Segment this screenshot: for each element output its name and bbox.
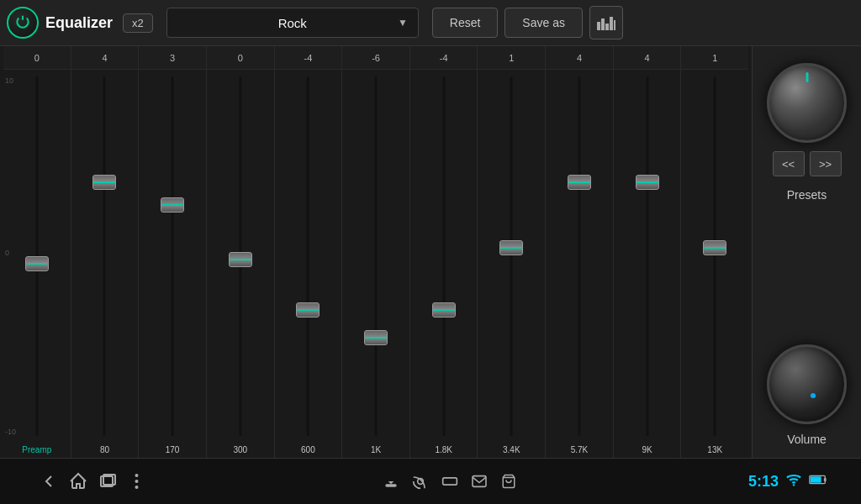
svg-rect-16 xyxy=(811,476,821,482)
back-button[interactable] xyxy=(34,467,63,496)
svg-rect-0 xyxy=(597,22,600,30)
svg-rect-1 xyxy=(601,18,605,30)
eq-slider-170[interactable] xyxy=(161,197,184,213)
svg-rect-4 xyxy=(614,20,615,30)
svg-rect-3 xyxy=(610,17,613,30)
eq-band-600: 600 xyxy=(275,70,343,458)
usb-icon xyxy=(376,467,405,496)
eq-slider-5k7[interactable] xyxy=(568,175,591,190)
gmail-icon xyxy=(464,467,494,496)
eq-band-170: 170 xyxy=(139,70,207,458)
app-title: Equalizer xyxy=(45,14,113,32)
svg-point-8 xyxy=(135,480,139,483)
stats-icon[interactable] xyxy=(589,6,623,39)
home-button[interactable] xyxy=(63,467,92,496)
storage-icon xyxy=(435,467,464,496)
svg-rect-12 xyxy=(473,476,486,487)
app-header: Equalizer x2 Rock ▼ Reset Save as xyxy=(0,0,861,46)
eq-slider-1k[interactable] xyxy=(364,330,388,345)
eq-slider-13k[interactable] xyxy=(703,240,726,255)
freq-label-1k8: 1.8K xyxy=(410,445,478,454)
freq-label-13k: 13K xyxy=(681,445,748,454)
svg-point-7 xyxy=(135,474,139,477)
freq-label-3k4: 3.4K xyxy=(478,445,545,454)
right-panel: << >> Presets Volume xyxy=(752,46,861,458)
navigation-bar: 5:13 xyxy=(0,458,861,504)
save-as-button[interactable]: Save as xyxy=(504,8,583,38)
eq-band-300: 300 xyxy=(207,70,275,458)
eq-band-13k: 13K xyxy=(681,70,748,458)
recent-button[interactable] xyxy=(92,467,122,496)
eq-slider-preamp[interactable] xyxy=(25,256,49,271)
preset-dropdown[interactable]: Rock ▼ xyxy=(166,8,419,38)
freq-label-170: 170 xyxy=(139,445,206,454)
clock-display: 5:13 xyxy=(748,473,779,491)
presets-knob[interactable] xyxy=(767,63,847,143)
eq-band-1k: 1K xyxy=(342,70,410,458)
volume-label: Volume xyxy=(787,433,827,446)
eq-slider-3k4[interactable] xyxy=(499,240,523,255)
freq-label-300: 300 xyxy=(207,445,274,454)
presets-label: Presets xyxy=(787,188,827,202)
freq-label-9k: 9K xyxy=(614,445,681,454)
status-bar: 5:13 xyxy=(748,473,827,491)
x2-badge: x2 xyxy=(123,13,153,33)
eq-slider-9k[interactable] xyxy=(636,175,659,190)
preset-prev-button[interactable]: << xyxy=(773,151,805,176)
eq-band-5k7: 5.7K xyxy=(546,70,614,458)
eq-band-preamp: 10 0 -10 Preamp xyxy=(3,70,71,458)
menu-button[interactable] xyxy=(122,467,151,496)
svg-rect-2 xyxy=(605,24,609,30)
svg-rect-11 xyxy=(443,478,457,485)
eq-band-9k: 9K xyxy=(614,70,682,458)
eq-band-3k4: 3.4K xyxy=(478,70,546,458)
eq-slider-1k8[interactable] xyxy=(432,302,456,318)
dropdown-arrow-icon: ▼ xyxy=(398,17,408,29)
battery-icon xyxy=(809,474,827,489)
preamp-db-value: 0 xyxy=(34,53,40,63)
eq-slider-300[interactable] xyxy=(229,252,252,267)
eq-section: 0 4 3 0 -4 -6 -4 1 4 4 1 10 0 xyxy=(0,46,752,458)
svg-point-14 xyxy=(793,484,795,486)
eq-slider-80[interactable] xyxy=(92,175,116,190)
freq-label-5k7: 5.7K xyxy=(546,445,613,454)
freq-label-preamp: Preamp xyxy=(22,445,51,454)
wifi-icon xyxy=(785,473,802,490)
shop-icon xyxy=(494,467,523,496)
reset-button[interactable]: Reset xyxy=(432,8,499,38)
volume-knob[interactable] xyxy=(767,344,847,424)
eq-band-1k8: 1.8K xyxy=(410,70,478,458)
power-button[interactable] xyxy=(7,7,39,39)
eq-band-80: 80 xyxy=(71,70,140,458)
freq-label-600: 600 xyxy=(275,445,342,454)
freq-label-1k: 1K xyxy=(342,445,409,454)
freq-label-80: 80 xyxy=(71,445,139,454)
preset-next-button[interactable]: >> xyxy=(810,151,842,176)
eq-slider-600[interactable] xyxy=(296,302,320,318)
cast-icon xyxy=(405,467,435,496)
svg-point-9 xyxy=(135,486,139,489)
main-area: 0 4 3 0 -4 -6 -4 1 4 4 1 10 0 xyxy=(0,46,861,458)
preset-navigation: << >> xyxy=(773,151,842,176)
